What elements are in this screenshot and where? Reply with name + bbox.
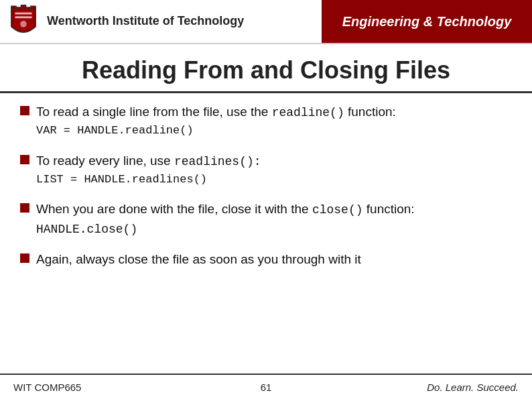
bullet-text-4: Again, always close the file as soon as … bbox=[36, 250, 361, 269]
svg-rect-0 bbox=[15, 13, 32, 15]
svg-rect-3 bbox=[11, 6, 17, 10]
list-item: Again, always close the file as soon as … bbox=[20, 250, 512, 269]
bullet-icon bbox=[20, 106, 29, 115]
bullet-text-2: To ready every line, use readlines(): LI… bbox=[36, 152, 261, 188]
bullet-text-1: To read a single line from the file, use… bbox=[36, 103, 396, 139]
department-name: Engineering & Technology bbox=[342, 13, 512, 30]
svg-rect-1 bbox=[15, 16, 32, 18]
list-item: To ready every line, use readlines(): LI… bbox=[20, 152, 512, 188]
header-right: Engineering & Technology bbox=[322, 0, 532, 43]
footer-page-number: 61 bbox=[183, 382, 350, 393]
svg-rect-4 bbox=[21, 5, 26, 9]
list-item: To read a single line from the file, use… bbox=[20, 103, 512, 139]
slide-title: Reading From and Closing Files bbox=[0, 44, 532, 93]
wit-logo-icon bbox=[8, 5, 39, 38]
institution-name: Wentworth Institute of Technology bbox=[47, 14, 244, 29]
footer-tagline: Do. Learn. Succeed. bbox=[352, 382, 519, 393]
svg-rect-5 bbox=[31, 6, 36, 10]
bullet-text-3: When you are done with the file, close i… bbox=[36, 200, 512, 237]
footer-course: WIT COMP665 bbox=[13, 382, 180, 393]
header-left: Wentworth Institute of Technology bbox=[0, 0, 322, 43]
content-area: To read a single line from the file, use… bbox=[0, 103, 532, 268]
header: Wentworth Institute of Technology Engine… bbox=[0, 0, 532, 44]
bullet-icon bbox=[20, 203, 29, 213]
bullet-icon bbox=[20, 155, 29, 164]
list-item: When you are done with the file, close i… bbox=[20, 200, 512, 237]
bullet-icon bbox=[20, 253, 29, 263]
svg-point-2 bbox=[20, 21, 27, 27]
footer: WIT COMP665 61 Do. Learn. Succeed. bbox=[0, 374, 532, 399]
